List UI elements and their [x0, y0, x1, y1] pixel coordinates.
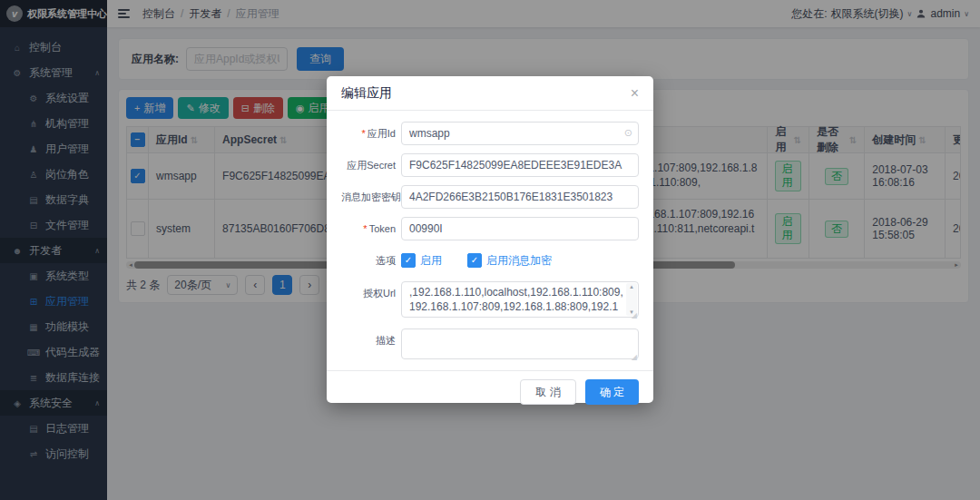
form-row-token: *Token [341, 217, 639, 240]
options-group: ✓ 启用 ✓ 启用消息加密 [401, 250, 639, 270]
token-input[interactable] [401, 217, 639, 240]
auth-url-textarea[interactable] [401, 281, 639, 318]
form-row-auth-url: 授权Url ▴ ▾ ◢ [341, 281, 639, 320]
field-label-text: 消息加密密钥 [341, 191, 401, 202]
required-star: * [363, 223, 367, 234]
form-row-app-secret: 应用Secret [341, 153, 639, 177]
enabled-checkbox-label[interactable]: 启用 [420, 253, 442, 269]
field-label: 应用Secret [341, 153, 396, 177]
field-label: 描述 [341, 328, 396, 362]
field-control: ▴ ▾ ◢ [401, 281, 639, 320]
field-label: 授权Url [341, 281, 396, 320]
field-control [401, 153, 639, 177]
encrypt-checkbox[interactable]: ✓ [467, 253, 482, 268]
app-id-input[interactable] [401, 122, 639, 145]
enabled-checkbox[interactable]: ✓ [401, 253, 416, 268]
field-label: *Token [341, 217, 396, 240]
modal-body: *应用Id ⊙ 应用Secret 消息加密密钥 *Token [327, 111, 653, 370]
field-control [401, 217, 639, 240]
field-label-text: 应用Secret [347, 160, 396, 171]
form-row-app-id: *应用Id ⊙ [341, 122, 639, 145]
resize-handle-icon[interactable]: ◢ [632, 354, 637, 361]
cancel-button[interactable]: 取 消 [520, 379, 575, 405]
field-label-text: 选项 [376, 255, 396, 266]
field-label-text: 描述 [376, 335, 396, 346]
ok-button[interactable]: 确 定 [585, 379, 639, 405]
field-control: ⊙ [401, 122, 639, 145]
app-secret-input[interactable] [401, 153, 639, 177]
form-row-description: 描述 ◢ [341, 328, 639, 362]
msg-key-input[interactable] [401, 185, 639, 209]
modal-header: 编辑应用 × [327, 76, 653, 111]
field-label: 选项 [341, 249, 396, 272]
required-star: * [362, 128, 366, 139]
resize-handle-icon[interactable]: ◢ [632, 312, 637, 319]
modal-footer: 取 消 确 定 [327, 370, 653, 413]
field-label-text: 应用Id [368, 128, 396, 139]
scroll-up-icon[interactable]: ▴ [630, 283, 633, 290]
clear-circle-icon[interactable]: ⊙ [624, 128, 632, 138]
modal-title: 编辑应用 [341, 85, 392, 102]
close-icon[interactable]: × [631, 86, 639, 101]
edit-app-modal: 编辑应用 × *应用Id ⊙ 应用Secret 消息加密密钥 [327, 76, 653, 403]
field-label: 消息加密密钥 [341, 185, 396, 209]
form-row-options: 选项 ✓ 启用 ✓ 启用消息加密 [341, 249, 639, 272]
encrypt-checkbox-label[interactable]: 启用消息加密 [486, 253, 552, 269]
field-label-text: Token [369, 223, 396, 234]
field-control [401, 185, 639, 209]
description-textarea[interactable] [401, 328, 639, 359]
form-row-msg-key: 消息加密密钥 [341, 185, 639, 209]
app-root: v 权限系统管理中心 ⌂ 控制台 ⚙ 系统管理 ∧ ⚙ 系统设置 ⋔ 机构管理 … [0, 0, 980, 500]
field-control: ◢ [401, 328, 639, 362]
field-label-text: 授权Url [363, 288, 396, 299]
field-label: *应用Id [341, 122, 396, 145]
